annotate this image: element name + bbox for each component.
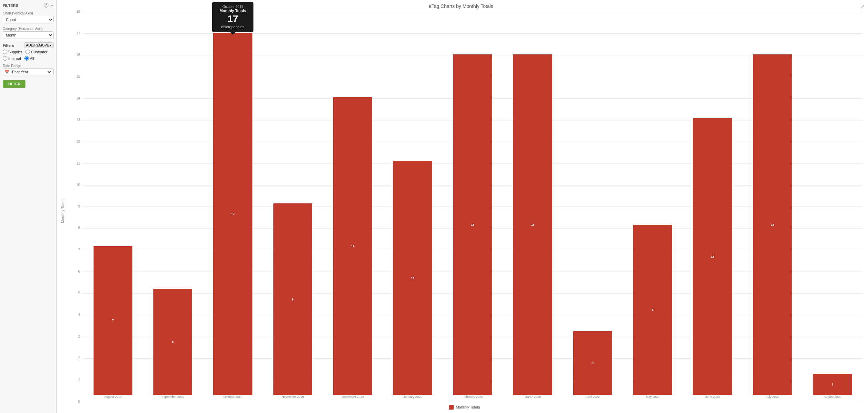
x-axis-label: April 2020 [563,395,622,402]
x-axis-label: August 2020 [803,395,862,402]
help-icon[interactable]: ? [44,3,48,8]
y-axis-label-wrap: Monthly Totals [59,12,66,410]
bar-group[interactable]: 16 [503,12,563,395]
bar-group[interactable]: 3 [563,12,622,395]
bar-group[interactable]: 8 [623,12,683,395]
category-section-label: Category (Horizontal Axis) [3,27,54,31]
x-axis-label: August 2019 [83,395,143,402]
bar[interactable]: 3 [573,331,612,395]
bar[interactable]: 7 [94,246,132,395]
x-axis-label: November 2019 [263,395,323,402]
x-axis-label: February 2020 [443,395,502,402]
add-remove-button[interactable]: ADD/REMOVE ▾ [24,42,54,48]
grid-label: 8 [66,226,80,230]
bar-value-label: 3 [592,361,594,365]
grid-label: 16 [66,53,80,57]
category-axis-select[interactable]: Month Supplier Customer [3,31,54,39]
chart-section-label: Chart (Vertical Axis) [3,11,54,15]
bar-value-label: 5 [172,340,174,343]
grid-label: 12 [66,140,80,144]
bar[interactable]: 13 [693,118,732,395]
bar-value-label: 9 [292,298,294,301]
x-axis-label: July 2020 [742,395,802,402]
filters-label: FILTERS [3,3,18,8]
collapse-icon[interactable]: « [51,3,54,8]
bar-group[interactable]: 5 [143,12,203,395]
bar-group[interactable]: 13 [683,12,742,395]
bar-value-label: 16 [471,223,475,226]
bar-value-label: 14 [351,244,355,248]
chart-vertical-axis-section: Chart (Vertical Axis) Count Total [3,11,54,23]
y-axis-label: Monthly Totals [61,199,65,223]
bar-group[interactable]: 11 [383,12,443,395]
bar-value-label: 1 [832,383,833,386]
bar-group[interactable]: 7 [83,12,143,395]
bar-group[interactable]: 16 [443,12,502,395]
bar[interactable]: 5 [153,289,192,395]
top-right-expand-icon[interactable]: ⤢ [860,3,865,10]
category-section: Category (Horizontal Axis) Month Supplie… [3,27,54,39]
grid-label: 6 [66,269,80,273]
bar-value-label: 16 [771,223,774,226]
grid-label: 17 [66,31,80,35]
grid-label: 4 [66,313,80,317]
bar[interactable]: 16 [753,54,792,395]
chart-legend: Monthly Totals [66,405,862,410]
date-range-select-wrap: 📅 Past Year Past Month Past Week Custom [3,68,54,75]
chart-title: eTag Charts by Monthly Totals [59,3,862,9]
grid-label: 0 [66,400,80,403]
bar-value-label: 7 [112,319,114,322]
calendar-icon: 📅 [4,70,9,74]
internal-radio[interactable]: Internal [3,56,21,61]
sidebar-header-icons: ? « [44,3,54,8]
grid-label: 1 [66,378,80,382]
legend-label: Monthly Totals [456,405,480,409]
supplier-radio[interactable]: Supplier [3,50,22,54]
grid-label: 2 [66,356,80,360]
grid-label: 15 [66,75,80,78]
chart-axis-select[interactable]: Count Total [3,16,54,23]
grid-label: 14 [66,96,80,100]
grid-label: 13 [66,118,80,122]
filter-button[interactable]: FILTER [3,80,25,88]
x-axis-label: January 2020 [383,395,443,402]
main-content: eTag Charts by Monthly Totals Monthly To… [57,0,868,413]
bar[interactable]: 16 [513,54,552,395]
bar-value-label: 11 [411,276,414,280]
bar[interactable]: 11 [393,161,432,395]
bar[interactable]: 9 [273,203,312,395]
x-axis-label: September 2019 [143,395,203,402]
bar-value-label: 16 [531,223,534,226]
chart-inner: 1817161514131211109876543210 75179141116… [66,12,862,410]
grid-label: 18 [66,10,80,13]
x-axis-label: October 2019 [203,395,263,402]
x-axis-label: May 2020 [623,395,683,402]
bar-value-label: 13 [711,255,714,258]
grid-label: 7 [66,248,80,252]
x-axis-label: June 2020 [683,395,742,402]
grid-label: 3 [66,335,80,338]
x-axis-label: March 2020 [503,395,563,402]
legend-color-swatch [449,405,454,410]
bar[interactable]: 8 [633,225,672,395]
date-range-section: Date Range 📅 Past Year Past Month Past W… [3,64,54,75]
bar-group[interactable]: 14 [323,12,383,395]
filter-radio-group: Supplier Customer Internal All [3,50,54,61]
customer-radio[interactable]: Customer [25,50,47,54]
grid-label: 9 [66,204,80,208]
x-axis-labels: August 2019September 2019October 2019Nov… [83,395,862,402]
bar[interactable]: 14 [333,97,372,395]
bar-group[interactable]: 1 [803,12,862,395]
bar[interactable]: 1 [813,374,852,395]
grid-label: 10 [66,183,80,187]
bar-value-label: 17 [231,212,235,216]
grid-label: 11 [66,161,80,165]
bar[interactable]: 17 [213,33,252,395]
bar[interactable]: 16 [453,54,492,395]
all-radio[interactable]: All [24,56,34,61]
date-range-select[interactable]: Past Year Past Month Past Week Custom [11,70,52,74]
bar-group[interactable]: 16 [742,12,802,395]
bar-group[interactable]: 9 [263,12,323,395]
chevron-down-icon: ▾ [50,43,52,47]
bar-group[interactable]: 17 [203,12,263,395]
